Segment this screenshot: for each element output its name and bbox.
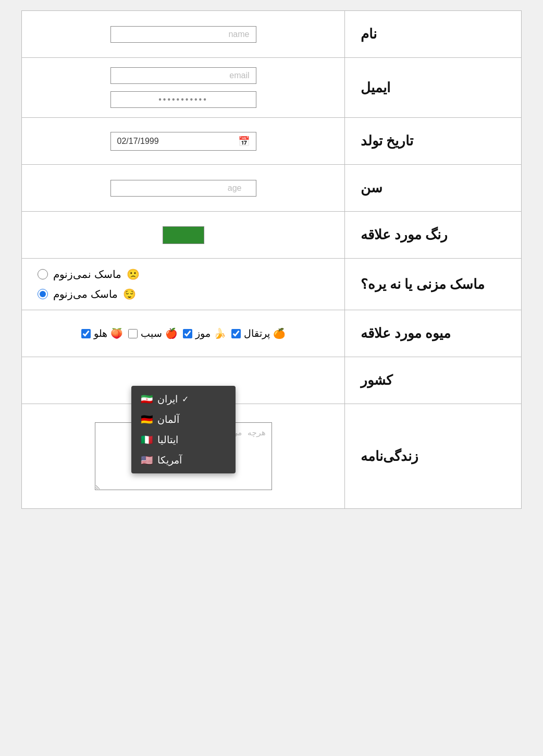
mask-no-emoji: 🙁: [127, 268, 140, 281]
mask-no-label: ماسک نمی‌زنوم: [53, 268, 121, 281]
fruit-checkbox-group: 🍊 پرتقال 🍌 موز 🍎 سیب 🍑 هلو: [38, 327, 329, 339]
email-left: [22, 58, 345, 117]
porteghal-emoji: 🍊: [273, 327, 286, 339]
porteghal-label: پرتقال: [244, 327, 270, 339]
password-input[interactable]: [110, 91, 256, 108]
germany-flag: 🇩🇪: [141, 413, 153, 425]
name-left: [22, 11, 345, 57]
bio-row: زندگی‌نامه: [22, 404, 521, 508]
age-row: سن: [22, 165, 521, 212]
color-swatch[interactable]: [163, 226, 204, 244]
hello-label: هلو: [94, 327, 107, 339]
country-label: کشور: [345, 357, 521, 404]
mooz-checkbox[interactable]: [183, 329, 192, 338]
country-usa[interactable]: آمریکا 🇺🇸: [131, 450, 236, 470]
germany-label: آلمان: [157, 413, 179, 425]
color-left: [22, 212, 345, 258]
birthdate-row: 02/17/1999 📅 تاریخ تولد: [22, 118, 521, 165]
fruit-left: 🍊 پرتقال 🍌 موز 🍎 سیب 🍑 هلو: [22, 310, 345, 357]
mask-left: 🙁 ماسک نمی‌زنوم 😌 ماسک می‌زنوم: [22, 259, 345, 310]
date-input-wrapper[interactable]: 02/17/1999 📅: [110, 132, 256, 151]
email-row: ایمیل: [22, 58, 521, 118]
mooz-emoji: 🍌: [214, 327, 226, 339]
mask-yes-label: ماسک می‌زنوم: [53, 288, 118, 300]
fruit-mooz: 🍌 موز: [183, 327, 226, 339]
color-label: رنگ مورد علاقه: [345, 212, 521, 258]
italy-label: ایتالیا: [157, 434, 178, 446]
fruit-seeb: 🍎 سیب: [128, 327, 178, 339]
seeb-label: سیب: [141, 327, 162, 339]
country-italy[interactable]: ایتالیا 🇮🇹: [131, 430, 236, 450]
age-input[interactable]: [110, 180, 256, 197]
country-dropdown: ✓ ایران 🇮🇷 آلمان 🇩🇪 ایتالیا 🇮🇹 آمریکا: [131, 386, 236, 473]
name-label: نام: [345, 11, 521, 57]
iran-flag: 🇮🇷: [141, 393, 153, 405]
seeb-emoji: 🍎: [165, 327, 178, 339]
age-left: [22, 165, 345, 211]
fruit-row: 🍊 پرتقال 🍌 موز 🍎 سیب 🍑 هلو: [22, 310, 521, 357]
country-germany[interactable]: آلمان 🇩🇪: [131, 409, 236, 430]
mask-option-yes: 😌 ماسک می‌زنوم: [38, 288, 136, 300]
fruit-hello: 🍑 هلو: [81, 327, 123, 339]
bio-label: زندگی‌نامه: [345, 404, 521, 508]
mask-row: 🙁 ماسک نمی‌زنوم 😌 ماسک می‌زنوم ماسک مزنی…: [22, 259, 521, 310]
mask-label: ماسک مزنی یا نه یره؟: [345, 259, 521, 310]
iran-check: ✓: [182, 394, 189, 404]
usa-flag: 🇺🇸: [141, 454, 153, 466]
color-row: رنگ مورد علاقه: [22, 212, 521, 259]
age-label: سن: [345, 165, 521, 211]
iran-label: ایران: [157, 393, 178, 405]
porteghal-checkbox[interactable]: [231, 329, 241, 338]
date-value: 02/17/1999: [117, 137, 238, 146]
birthdate-label: تاریخ تولد: [345, 118, 521, 164]
birthdate-left: 02/17/1999 📅: [22, 118, 345, 164]
country-left: ✓ ایران 🇮🇷 آلمان 🇩🇪 ایتالیا 🇮🇹 آمریکا: [22, 357, 345, 404]
email-label: ایمیل: [345, 58, 521, 117]
form-container: نام ایمیل 02/17/1999 📅 تاریخ تولد سن: [21, 10, 522, 509]
mask-radio-group: 🙁 ماسک نمی‌زنوم 😌 ماسک می‌زنوم: [38, 268, 329, 300]
country-row: ✓ ایران 🇮🇷 آلمان 🇩🇪 ایتالیا 🇮🇹 آمریکا: [22, 357, 521, 404]
color-picker-wrapper: [163, 226, 204, 244]
name-input[interactable]: [110, 26, 256, 43]
calendar-icon[interactable]: 📅: [238, 136, 250, 147]
mask-no-radio[interactable]: [38, 269, 48, 279]
fruit-porteghal: 🍊 پرتقال: [231, 327, 286, 339]
mask-yes-emoji: 😌: [123, 288, 136, 300]
hello-checkbox[interactable]: [81, 329, 91, 338]
name-row: نام: [22, 11, 521, 58]
usa-label: آمریکا: [157, 454, 182, 466]
country-iran[interactable]: ✓ ایران 🇮🇷: [131, 389, 236, 409]
mask-yes-radio[interactable]: [38, 289, 48, 299]
seeb-checkbox[interactable]: [128, 329, 138, 338]
email-input[interactable]: [110, 67, 256, 84]
mask-option-no: 🙁 ماسک نمی‌زنوم: [38, 268, 140, 281]
italy-flag: 🇮🇹: [141, 434, 153, 446]
fruit-label: میوه مورد علاقه: [345, 310, 521, 357]
mooz-label: موز: [195, 327, 211, 339]
hello-emoji: 🍑: [110, 327, 123, 339]
